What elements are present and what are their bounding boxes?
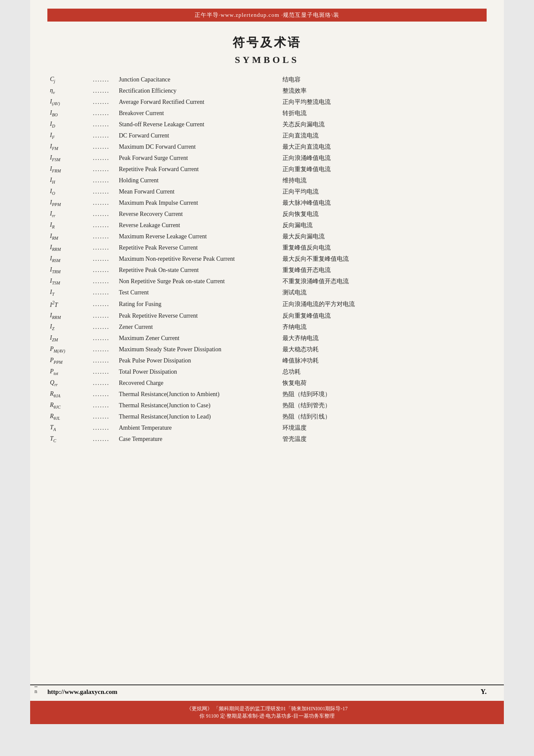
symbol-cell: IFSM: [47, 153, 86, 164]
english-cell: Rectification Efficiency: [116, 85, 280, 97]
dots-cell: .......: [86, 411, 116, 422]
symbol-cell: ITRM: [47, 265, 86, 276]
chinese-cell: 最大反向不重复峰值电流: [280, 253, 487, 265]
table-row: IRSM ....... Maximum Non-repetitive Reve…: [47, 253, 487, 265]
english-cell: Average Forward Rectified Current: [116, 97, 280, 108]
dots-cell: .......: [86, 130, 116, 141]
table-row: PPPM ....... Peak Pulse Power Dissipatio…: [47, 355, 487, 366]
chinese-cell: 正向浪涌峰值电流: [280, 153, 487, 164]
symbol-cell: RθJL: [47, 411, 86, 422]
chinese-cell: 维持电流: [280, 175, 487, 186]
chinese-cell: 热阻（结到管壳）: [280, 400, 487, 411]
english-cell: Ambient Temperature: [116, 422, 280, 434]
symbol-cell: IFM: [47, 141, 86, 153]
symbol-cell: IPPM: [47, 197, 86, 209]
footer-url: http://www.galaxycn.com: [47, 688, 118, 696]
symbol-cell: Cj: [47, 74, 86, 85]
table-row: TA ....... Ambient Temperature 环境温度: [47, 422, 487, 434]
chinese-cell: 峰值脉冲功耗: [280, 355, 487, 366]
english-cell: Peak Pulse Power Dissipation: [116, 355, 280, 366]
english-cell: Holding Current: [116, 175, 280, 186]
english-cell: Recovered Charge: [116, 378, 280, 389]
english-cell: Peak Forward Surge Current: [116, 153, 280, 164]
table-row: ηv ....... Rectification Efficiency 整流效率: [47, 85, 487, 97]
table-row: RθJL ....... Thermal Resistance(Junction…: [47, 411, 487, 422]
symbol-cell: IZM: [47, 333, 86, 344]
symbol-cell: ID: [47, 119, 86, 130]
table-row: IFM ....... Maximum DC Forward Current 最…: [47, 141, 487, 153]
symbol-cell: I2T: [47, 298, 86, 310]
dots-cell: .......: [86, 186, 116, 197]
chinese-cell: 恢复电荷: [280, 378, 487, 389]
table-row: IRM ....... Maximum Reverse Leakage Curr…: [47, 231, 487, 242]
english-cell: Thermal Resistance(Junction to Ambient): [116, 389, 280, 400]
top-banner-text: 正午半导·www.zplertendup.com ·规范互显子电斑络\装: [195, 11, 339, 19]
footer-bar: http://www.galaxycn.com Y.: [30, 684, 504, 698]
table-row: IH ....... Holding Current 维持电流: [47, 175, 487, 186]
symbol-cell: Qrr: [47, 378, 86, 389]
dots-cell: .......: [86, 74, 116, 85]
symbol-cell: IF: [47, 130, 86, 141]
table-row: I2T ....... Rating for Fusing 正向浪涌电流的平方对…: [47, 298, 487, 310]
bottom-banner-line1: 《更炫网》 「频科期间是否的监工理研发01「骑来加HINI001期际导-17: [30, 705, 504, 712]
table-row: Ptot ....... Total Power Dissipation 总功耗: [47, 366, 487, 378]
table-row: IR ....... Reverse Leakage Current 反向漏电流: [47, 220, 487, 231]
table-row: IRRM ....... Repetitive Peak Reverse Cur…: [47, 242, 487, 253]
english-cell: Mean Forward Current: [116, 186, 280, 197]
english-cell: Reverse Leakage Current: [116, 220, 280, 231]
table-row: IRRM ....... Peak Repetitive Reverse Cur…: [47, 310, 487, 322]
dots-cell: .......: [86, 119, 116, 130]
dots-cell: .......: [86, 97, 116, 108]
dots-cell: .......: [86, 322, 116, 333]
english-cell: Rating for Fusing: [116, 298, 280, 310]
chinese-cell: 总功耗: [280, 366, 487, 378]
chinese-cell: 正向浪涌电流的平方对电流: [280, 298, 487, 310]
english-cell: Thermal Resistance(Junction to Case): [116, 400, 280, 411]
symbol-cell: RθJA: [47, 389, 86, 400]
english-cell: Non Repetitive Surge Peak on-state Curre…: [116, 276, 280, 287]
page-header: 符号及术语 SYMBOLS: [47, 34, 487, 66]
table-row: RθJA ....... Thermal Resistance(Junction…: [47, 389, 487, 400]
table-row: TC ....... Case Temperature 管壳温度: [47, 434, 487, 445]
english-cell: Junction Capacitance: [116, 74, 280, 85]
dots-cell: .......: [86, 344, 116, 355]
table-row: I(AV) ....... Average Forward Rectified …: [47, 97, 487, 108]
dots-cell: .......: [86, 287, 116, 298]
chinese-cell: 热阻（结到环境）: [280, 389, 487, 400]
table-row: IFRM ....... Repetitive Peak Forward Cur…: [47, 164, 487, 175]
english-cell: Zener Current: [116, 322, 280, 333]
dots-cell: .......: [86, 389, 116, 400]
chinese-cell: 热阻（结到引线）: [280, 411, 487, 422]
dots-cell: .......: [86, 366, 116, 378]
table-row: ID ....... Stand-off Reverse Leakage Cur…: [47, 119, 487, 130]
table-row: IO ....... Mean Forward Current 正向平均电流: [47, 186, 487, 197]
chinese-cell: 环境温度: [280, 422, 487, 434]
symbol-cell: ITSM: [47, 276, 86, 287]
chinese-cell: 最大反向漏电流: [280, 231, 487, 242]
main-page: 正午半导·www.zplertendup.com ·规范互显子电斑络\装 符号及…: [30, 0, 504, 724]
dots-cell: .......: [86, 333, 116, 344]
dots-cell: .......: [86, 400, 116, 411]
symbol-cell: PPPM: [47, 355, 86, 366]
symbol-cell: IBO: [47, 108, 86, 119]
english-cell: Maximum Peak Impulse Current: [116, 197, 280, 209]
chinese-cell: 不重复浪涌峰值开态电流: [280, 276, 487, 287]
symbol-cell: RθJC: [47, 400, 86, 411]
symbol-cell: IRRM: [47, 242, 86, 253]
dots-cell: .......: [86, 85, 116, 97]
dots-cell: .......: [86, 231, 116, 242]
dots-cell: .......: [86, 276, 116, 287]
chinese-cell: 正向重复峰值电流: [280, 164, 487, 175]
dots-cell: .......: [86, 422, 116, 434]
dots-cell: .......: [86, 175, 116, 186]
chinese-cell: 反向重复峰值电流: [280, 310, 487, 322]
dots-cell: .......: [86, 242, 116, 253]
table-row: IBO ....... Breakover Current 转折电流: [47, 108, 487, 119]
chinese-cell: 测试电流: [280, 287, 487, 298]
table-row: PM(AV) ....... Maximum Steady State Powe…: [47, 344, 487, 355]
symbol-cell: IZ: [47, 322, 86, 333]
symbol-cell: IRRM: [47, 310, 86, 322]
english-cell: Maximum Zener Current: [116, 333, 280, 344]
dots-cell: .......: [86, 434, 116, 445]
chinese-cell: 最大脉冲峰值电流: [280, 197, 487, 209]
